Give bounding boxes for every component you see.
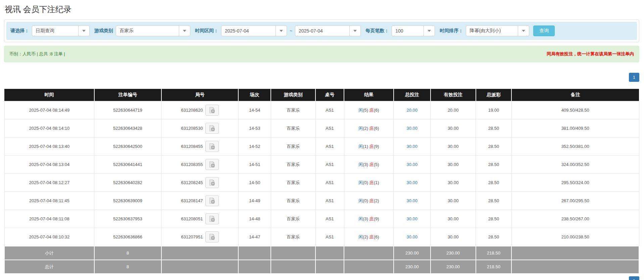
cell-result: 闲(2) 庄(6) [344,228,394,246]
cell-total-bet: 20.00 [394,101,431,119]
col-round-id: 局号 [161,89,239,101]
cell-total-bet: 30.00 [394,210,431,228]
cell-payout: 28.50 [476,137,512,156]
result-banker-label: 庄 [369,180,374,185]
select-type-label: 请选择： [10,28,29,34]
cell-session: 14-48 [238,210,271,228]
result-player-value: (1) [363,144,368,149]
video-replay-button[interactable] [205,177,219,188]
page-1-button-bottom[interactable]: 1 [629,276,639,280]
cell-game-type: 百家乐 [271,192,315,210]
table-row: 2025-07-04 08:11:08 522630637953 6312080… [4,210,639,228]
video-replay-button[interactable] [205,195,219,206]
video-replay-icon [209,107,215,113]
cell-valid-bet: 30.00 [431,210,476,228]
cell-remark: 352.50/381.00 [511,137,639,156]
cell-table-no: AS1 [315,192,344,210]
time-sort-value: 降幂(由大到小) [466,26,518,36]
cell-total-bet: 30.00 [394,119,431,137]
cell-game-type: 百家乐 [271,174,315,192]
cell-session: 14-51 [238,156,271,174]
total-bet-link[interactable]: 20.00 [407,108,418,113]
cell-payout: 28.50 [476,228,512,246]
page-title: 视讯 会员下注纪录 [4,0,639,19]
cell-result: 闲(0) 庄(2) [344,192,394,210]
cell-time: 2025-07-04 08:14:10 [4,119,94,137]
video-replay-button[interactable] [205,213,219,224]
total-bet-link[interactable]: 30.00 [407,126,418,131]
game-type-label: 游戏类别 [94,28,113,34]
cell-payout: 28.50 [476,156,512,174]
date-from-select[interactable]: 2025-07-04 [221,25,287,36]
per-page-select[interactable]: 100 [392,25,435,36]
result-banker-label: 庄 [369,126,374,131]
cell-round-id: 631208620 [161,101,239,119]
query-type-select[interactable]: 日期查询 [32,25,90,36]
result-player-value: (2) [363,126,368,131]
chevron-down-icon [424,26,435,36]
result-banker-value: (9) [374,216,379,221]
cell-session: 14-52 [238,137,271,156]
table-row: 2025-07-04 08:11:45 522630639009 6312081… [4,192,639,210]
chevron-down-icon [349,26,360,36]
total-bet-link[interactable]: 30.00 [407,234,418,239]
result-player-label: 闲 [358,198,363,203]
col-bet-id: 注单编号 [94,89,161,101]
game-type-select[interactable]: 百家乐 [116,25,190,36]
table-row: 2025-07-04 08:12:27 522630640282 6312082… [4,174,639,192]
subtotal-payout: 218.50 [476,246,512,260]
date-to-select[interactable]: 2025-07-04 [295,25,361,36]
subtotal-valid-bet: 230.00 [431,246,476,260]
cell-total-bet: 30.00 [394,137,431,156]
cell-valid-bet: 30.00 [431,137,476,156]
total-bet-link[interactable]: 30.00 [407,180,418,185]
time-sort-select[interactable]: 降幂(由大到小) [466,25,529,36]
table-body: 2025-07-04 08:14:49 522630644719 6312086… [4,101,639,246]
query-type-value: 日期查询 [32,26,78,36]
total-bet-link[interactable]: 30.00 [407,198,418,203]
time-sort-label: 时间排序： [440,28,463,34]
video-replay-button[interactable] [205,123,219,134]
cell-result: 闲(3) 庄(5) [344,156,394,174]
result-banker-label: 庄 [369,198,374,203]
total-bet-link[interactable]: 30.00 [407,216,418,221]
cell-table-no: AS1 [315,210,344,228]
col-payout: 总派彩 [476,89,512,101]
result-player-label: 闲 [358,126,363,131]
cell-bet-id: 522630644719 [94,101,161,119]
cell-remark: 210.00/238.50 [511,228,639,246]
cell-result: 闲(0) 庄(1) [344,174,394,192]
page-1-button[interactable]: 1 [629,73,639,82]
table-row: 2025-07-04 08:10:32 522630636866 6312079… [4,228,639,246]
query-button[interactable]: 查询 [533,25,555,36]
result-banker-label: 庄 [369,162,374,167]
date-to-value: 2025-07-04 [295,26,349,36]
video-replay-icon [209,198,215,204]
chevron-down-icon [179,26,190,36]
cell-session: 14-49 [238,192,271,210]
cell-bet-id: 522630643428 [94,119,161,137]
range-tilde: ~ [290,28,292,34]
video-replay-button[interactable] [205,159,219,170]
date-from-value: 2025-07-04 [221,26,276,36]
currency-total-text: 币别：人民币 | 总共 :8 注单 | [9,51,65,57]
round-id-text: 631208530 [181,126,203,131]
total-label: 总计 [4,260,94,274]
video-replay-button[interactable] [205,105,219,116]
cell-session: 14-54 [238,101,271,119]
table-header: 时间 注单编号 局号 场次 游戏类别 桌号 结果 总投注 有效投注 总派彩 备注 [4,89,639,101]
video-replay-button[interactable] [205,231,219,242]
cell-time: 2025-07-04 08:12:27 [4,174,94,192]
video-replay-button[interactable] [205,141,219,152]
total-bet-link[interactable]: 30.00 [407,144,418,149]
total-row: 总计 8 230.00 230.00 218.50 [4,260,639,274]
cell-game-type: 百家乐 [271,101,315,119]
cell-bet-id: 522630639009 [94,192,161,210]
total-valid-bet: 230.00 [431,260,476,274]
filter-bar: 请选择： 日期查询 游戏类别 百家乐 时间区间： 2025-07-04 ~ 20… [6,22,637,40]
cell-valid-bet: 30.00 [431,192,476,210]
cell-bet-id: 522630637953 [94,210,161,228]
cell-payout: 28.50 [476,174,512,192]
cell-time: 2025-07-04 08:11:08 [4,210,94,228]
total-bet-link[interactable]: 30.00 [407,162,418,167]
